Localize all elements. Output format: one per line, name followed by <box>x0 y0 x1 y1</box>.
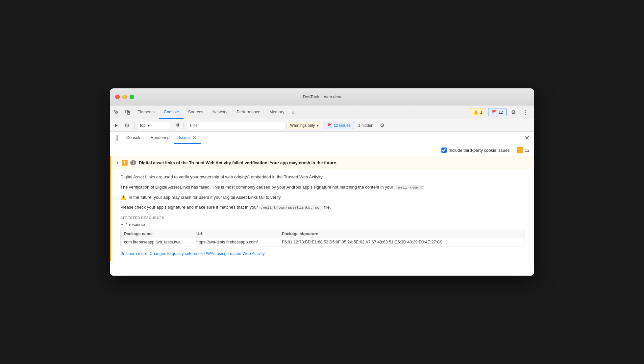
warnings-label: Warnings only <box>290 123 315 128</box>
tab-sources[interactable]: Sources <box>184 105 208 119</box>
warning-badge-button[interactable]: ⚠️ 1 <box>470 108 486 116</box>
tab-menu-button[interactable] <box>112 133 122 143</box>
col-header-url: Url <box>196 232 282 236</box>
issue-description-3: Please check your app's signature and ma… <box>120 204 525 211</box>
settings-button[interactable]: ⚙ <box>508 107 518 117</box>
svg-rect-0 <box>125 111 129 113</box>
issues-count-button[interactable]: 🚩 12 Issues <box>324 122 354 129</box>
console-toolbar: top ▾ 👁 Warnings only ▾ 🚩 12 Issues 1 hi… <box>110 119 534 132</box>
tab-console-secondary[interactable]: Console <box>122 132 146 144</box>
tab-issues-close[interactable]: ✕ <box>193 135 197 140</box>
toolbar-icons <box>111 107 133 118</box>
collapse-arrow-icon: ▼ <box>116 161 119 165</box>
warning-triangle-icon: ⚠️ <box>120 194 126 200</box>
inspect-element-button[interactable] <box>111 107 122 118</box>
issues-count: 12 <box>499 110 503 115</box>
devtools-window: DevTools - web.dev/ Elements <box>110 88 534 276</box>
issue-header[interactable]: ▼ ! 1 Digital asset links of the Trusted… <box>111 156 534 169</box>
tab-console[interactable]: Console <box>159 105 184 119</box>
warning-line: ⚠️ In the future, your app may crash for… <box>120 194 525 201</box>
close-button[interactable] <box>115 95 120 99</box>
cookie-issues-label: Include third-party cookie issues <box>449 148 510 153</box>
cell-url: https://twa-tests.firebaseapp.com/ <box>196 240 282 244</box>
secondary-tab-bar: Console Rendering Issues ✕ ✕ <box>110 132 534 144</box>
table-row: com.firebaseapp.twa_tests.twa https://tw… <box>121 238 525 246</box>
toolbar-right: ⚠️ 1 🚩 12 ⚙ ⋮ <box>470 107 533 117</box>
clear-console-button[interactable] <box>122 121 132 130</box>
issue-severity-icon: ! <box>122 160 128 166</box>
minimize-button[interactable] <box>122 95 127 99</box>
issue-title: Digital asset links of the Trusted Web A… <box>139 160 337 165</box>
tab-elements[interactable]: Elements <box>133 105 159 119</box>
tab-network[interactable]: Network <box>208 105 232 119</box>
tab-rendering[interactable]: Rendering <box>146 132 174 144</box>
total-badge-icon: ! <box>517 147 523 153</box>
console-settings-button[interactable]: ⚙ <box>377 121 387 130</box>
issues-btn-label: 12 Issues <box>334 123 351 128</box>
run-snippet-button[interactable] <box>112 121 121 130</box>
issue-description-1: Digital Asset Links are used to verify y… <box>120 174 525 181</box>
toolbar-divider-3 <box>184 122 184 129</box>
learn-more-text: Learn more: Changes to quality criteria … <box>126 251 265 256</box>
total-issue-count: ! 12 <box>517 147 530 153</box>
table-header-row: Package name Url Package signature <box>121 230 525 238</box>
external-link-icon: ⊕ <box>120 251 124 256</box>
warnings-dropdown-icon: ▾ <box>317 123 319 128</box>
issue-code-snippet: .well-known/ <box>394 185 424 190</box>
issues-flag-icon: 🚩 <box>327 123 332 128</box>
more-tabs-button[interactable]: » <box>289 105 297 119</box>
eye-icon[interactable]: 👁 <box>176 123 181 128</box>
filter-input[interactable] <box>186 122 285 129</box>
toolbar-divider-2 <box>173 122 173 129</box>
traffic-lights <box>115 95 134 99</box>
context-value: top <box>140 123 146 128</box>
issue-body: Digital Asset Links are used to verify y… <box>111 169 534 261</box>
warnings-only-button[interactable]: Warnings only ▾ <box>286 122 322 129</box>
svg-line-4 <box>126 125 128 126</box>
affected-resources-section: Affected Resources ▼ 1 resource Package … <box>120 216 525 246</box>
warning-icon: ⚠️ <box>473 110 479 115</box>
cell-sig: F6:01:12:78:BD:E1:88:52:D5:0F:05:2A:5E:6… <box>282 240 521 244</box>
bar-separator <box>513 147 513 153</box>
resource-count-label: 1 resource <box>126 222 145 227</box>
main-tab-list: Elements Console Sources Network Perform… <box>133 105 470 119</box>
toolbar-divider <box>134 122 135 129</box>
more-options-button[interactable]: ⋮ <box>520 107 530 117</box>
warning-line-text: In the future, your app may crash for us… <box>129 194 282 201</box>
tab-performance[interactable]: Performance <box>232 105 265 119</box>
assetlinks-code: .well-known/assetlinks.json <box>259 205 323 210</box>
cookie-issues-checkbox-wrapper: Include third-party cookie issues <box>441 148 510 153</box>
svg-marker-2 <box>115 124 118 127</box>
device-toolbar-button[interactable] <box>122 107 133 118</box>
issues-icon: 🚩 <box>492 110 497 115</box>
issue-count-badge: 1 <box>130 160 136 165</box>
issue-item-twa: ▼ ! 1 Digital asset links of the Trusted… <box>110 156 534 261</box>
learn-more-link[interactable]: ⊕ Learn more: Changes to quality criteri… <box>120 251 525 256</box>
issue-description-2: The verification of Digital Asset Links … <box>120 184 525 191</box>
resource-toggle-arrow: ▼ <box>120 223 124 227</box>
resource-table: Package name Url Package signature com.f… <box>120 230 525 246</box>
panel-close-button[interactable]: ✕ <box>522 133 532 143</box>
title-bar: DevTools - web.dev/ <box>110 88 534 105</box>
window-title: DevTools - web.dev/ <box>303 94 341 99</box>
affected-resources-label: Affected Resources <box>120 216 525 220</box>
tab-issues[interactable]: Issues ✕ <box>174 132 201 144</box>
warning-count: 1 <box>480 110 483 115</box>
maximize-button[interactable] <box>130 95 134 99</box>
cookie-issues-checkbox[interactable] <box>441 148 447 153</box>
col-header-pkg: Package name <box>124 232 196 236</box>
issues-badge-button[interactable]: 🚩 12 <box>488 108 507 116</box>
tab-memory[interactable]: Memory <box>265 105 289 119</box>
issues-panel: Include third-party cookie issues ! 12 ▼… <box>110 144 534 276</box>
issues-filter-bar: Include third-party cookie issues ! 12 <box>110 144 534 156</box>
resource-toggle[interactable]: ▼ 1 resource <box>120 222 525 227</box>
total-count-number: 12 <box>525 148 530 153</box>
hidden-count: 1 hidden <box>356 123 376 128</box>
context-selector[interactable]: top ▾ <box>137 122 170 129</box>
top-tab-bar: Elements Console Sources Network Perform… <box>110 105 534 119</box>
cell-pkg: com.firebaseapp.twa_tests.twa <box>124 240 196 244</box>
devtools-panel: Elements Console Sources Network Perform… <box>110 105 534 276</box>
context-dropdown-arrow: ▾ <box>148 123 150 128</box>
col-header-sig: Package signature <box>282 232 521 236</box>
